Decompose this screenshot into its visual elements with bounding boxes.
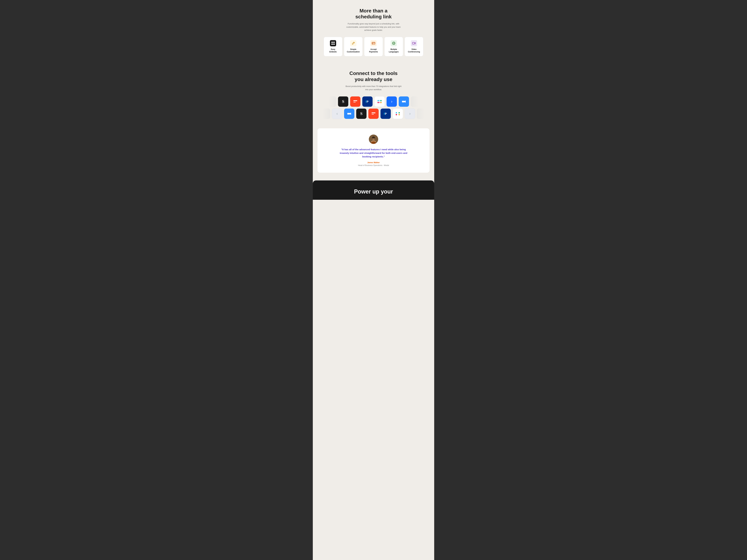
svg-rect-20 [378, 100, 379, 101]
integration-squarespace-2[interactable]: S [356, 108, 367, 119]
integrations-section: Connect to the tools you already use Boo… [313, 62, 434, 125]
svg-rect-27 [371, 111, 376, 116]
integrations-row-1: S P P [329, 96, 418, 107]
testimonial-section: "It has all of the advanced features I n… [313, 125, 434, 179]
integration-squarespace-1[interactable]: S [338, 96, 349, 107]
video-conferencing-label: Video Conferencing [407, 48, 421, 53]
integration-zoom-1[interactable] [398, 96, 409, 107]
svg-rect-6 [372, 44, 373, 44]
svg-rect-28 [371, 112, 376, 113]
power-section: Power up your [313, 181, 434, 199]
features-title: More than a scheduling link [319, 8, 428, 20]
feature-multiple-languages[interactable]: Mutiple Languages [384, 37, 403, 56]
integration-paypal-1[interactable]: P P [362, 96, 373, 107]
svg-text:P: P [367, 100, 368, 103]
fade-right-2 [417, 108, 424, 119]
features-grid: Easy Embeds Simple Customization [319, 37, 428, 56]
svg-rect-3 [333, 44, 335, 45]
svg-rect-5 [372, 43, 375, 43]
features-section: More than a scheduling link Functionalit… [313, 0, 434, 62]
svg-rect-22 [380, 102, 382, 103]
integration-arrow-right-2[interactable]: › [405, 108, 415, 119]
svg-text:P: P [385, 112, 387, 115]
testimonial-quote: "It has all of the advanced features I n… [339, 148, 408, 159]
integration-slack-2[interactable] [392, 108, 403, 119]
integrations-subtitle: Boost productivity with more than 70 int… [345, 85, 402, 91]
svg-rect-29 [371, 114, 374, 114]
integration-stripe-2[interactable] [368, 108, 379, 119]
testimonial-card: "It has all of the advanced features I n… [317, 128, 430, 173]
svg-rect-13 [353, 99, 358, 104]
avatar [369, 135, 378, 144]
feature-simple-customization[interactable]: Simple Customization [344, 37, 363, 56]
integrations-grid: S P P [319, 96, 428, 119]
svg-rect-23 [379, 100, 380, 101]
testimonial-author-name: James Walker [325, 161, 422, 164]
fade-left-1 [329, 96, 336, 107]
svg-rect-36 [398, 114, 400, 115]
svg-rect-19 [378, 102, 379, 103]
integration-paypal-2[interactable]: P P [380, 108, 391, 119]
svg-rect-14 [354, 100, 357, 101]
integration-calendly-1[interactable]: › [386, 96, 397, 107]
integration-slack-1[interactable] [374, 96, 385, 107]
integrations-row-2: ‹ S [323, 108, 424, 119]
svg-rect-1 [333, 42, 335, 43]
svg-rect-2 [332, 44, 333, 45]
integration-stripe-1[interactable] [350, 96, 361, 107]
multiple-languages-label: Mutiple Languages [387, 48, 401, 53]
svg-rect-34 [396, 112, 397, 113]
svg-rect-33 [396, 114, 397, 115]
easy-embeds-icon [330, 40, 336, 46]
integration-arrow-left-2[interactable]: ‹ [332, 108, 342, 119]
feature-easy-embeds[interactable]: Easy Embeds [324, 37, 342, 56]
fade-left-2 [323, 108, 330, 119]
svg-rect-0 [332, 42, 333, 43]
integrations-title: Connect to the tools you already use [319, 70, 428, 82]
page-wrapper: More than a scheduling link Functionalit… [313, 0, 434, 560]
multiple-languages-icon [391, 40, 397, 46]
easy-embeds-label: Easy Embeds [326, 48, 340, 53]
feature-video-conferencing[interactable]: Video Conferencing [405, 37, 423, 56]
simple-customization-label: Simple Customization [346, 48, 360, 53]
fade-right-1 [411, 96, 418, 107]
svg-rect-15 [354, 102, 356, 102]
integration-zoom-2[interactable] [344, 108, 355, 119]
accept-payments-label: Accept Payments [366, 48, 381, 53]
svg-rect-12 [412, 42, 414, 44]
svg-rect-24 [379, 102, 380, 103]
testimonial-author-role: Head of Business Operations · Modal [325, 164, 422, 166]
video-conferencing-icon [411, 40, 417, 46]
svg-rect-21 [380, 100, 382, 101]
accept-payments-icon [370, 40, 377, 46]
feature-accept-payments[interactable]: Accept Payments [364, 37, 383, 56]
simple-customization-icon [350, 40, 356, 46]
svg-rect-35 [398, 112, 400, 113]
features-subtitle: Functionality goes way beyond just a sch… [345, 22, 402, 32]
power-title: Power up your [319, 188, 428, 195]
